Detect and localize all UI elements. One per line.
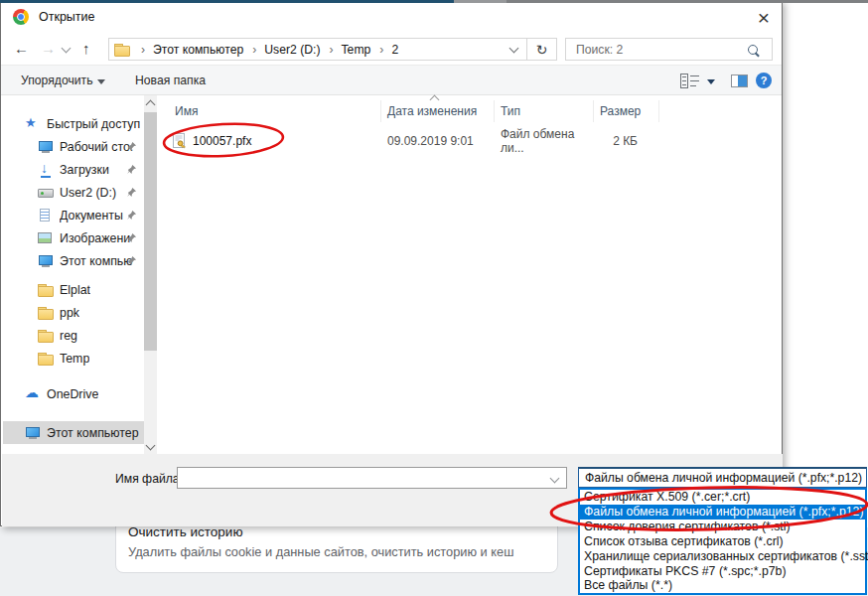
sidebar-item[interactable]: Изображени bbox=[3, 226, 144, 249]
filetype-option[interactable]: Файлы обмена личной информацией (*.pfx;*… bbox=[580, 505, 865, 520]
sidebar-item-icon bbox=[38, 328, 54, 344]
address-dropdown-icon[interactable] bbox=[509, 44, 519, 54]
sidebar-item-icon bbox=[25, 116, 41, 132]
navigation-pane: Быстрый доступ Рабочий сто. bbox=[3, 112, 144, 444]
filename-dropdown-icon[interactable] bbox=[550, 473, 560, 483]
forward-button[interactable] bbox=[41, 40, 56, 57]
sidebar-item[interactable]: Temp bbox=[3, 347, 144, 370]
filetype-dropdown: Сертификат X.509 (*.cer;*.crt) Файлы обм… bbox=[578, 488, 867, 595]
sidebar-item[interactable]: Рабочий сто. bbox=[3, 135, 144, 158]
sidebar-item-icon bbox=[38, 305, 54, 321]
sidebar-scrollbar[interactable] bbox=[144, 95, 157, 454]
filetype-option[interactable]: Сертификаты PKCS #7 (*.spc;*.p7b) bbox=[580, 563, 865, 578]
list-view-icon[interactable] bbox=[680, 74, 700, 88]
search-box bbox=[565, 38, 773, 61]
sidebar-item-label: Рабочий сто. bbox=[60, 140, 133, 154]
clear-history-title[interactable]: Очистить историю bbox=[128, 524, 243, 539]
sidebar-item-label: reg bbox=[60, 329, 77, 343]
sidebar-item-label: User2 (D:) bbox=[60, 186, 116, 200]
dialog-title: Открытие bbox=[39, 10, 95, 24]
chrome-icon bbox=[13, 9, 29, 25]
filename-label: Имя файла: bbox=[115, 472, 183, 486]
refresh-button[interactable] bbox=[526, 39, 556, 60]
sidebar-item-label: Документы bbox=[60, 209, 123, 223]
organize-button[interactable]: Упорядочить bbox=[21, 74, 93, 87]
open-file-dialog: Открытие Этот компьютер User2 (D:) Temp … bbox=[0, 0, 783, 526]
breadcrumb-items: Этот компьютер User2 (D:) Temp 2 bbox=[130, 41, 506, 59]
sidebar-item-label: Temp bbox=[60, 352, 89, 366]
sidebar-item-label: Быстрый доступ bbox=[47, 117, 140, 131]
search-icon bbox=[748, 45, 758, 55]
file-modified: 09.09.2019 9:01 bbox=[381, 134, 495, 148]
scrollbar-thumb[interactable] bbox=[144, 112, 157, 351]
search-input[interactable] bbox=[566, 43, 748, 57]
help-icon[interactable] bbox=[756, 73, 772, 88]
preview-pane-icon[interactable] bbox=[731, 74, 748, 87]
top-edge-strip bbox=[454, 0, 506, 3]
sidebar-item[interactable]: Elplat bbox=[3, 278, 144, 301]
sidebar-item[interactable]: ppk bbox=[3, 301, 144, 324]
filetype-option[interactable]: Сертификат X.509 (*.cer;*.crt) bbox=[580, 490, 865, 505]
close-icon bbox=[758, 7, 770, 28]
command-bar: Упорядочить Новая папка bbox=[1, 65, 782, 95]
close-button[interactable] bbox=[746, 3, 782, 31]
sidebar-item[interactable]: User2 (D:) bbox=[3, 181, 144, 204]
sidebar-item-icon bbox=[38, 185, 54, 201]
navigation-bar: Этот компьютер User2 (D:) Temp 2 bbox=[1, 33, 782, 65]
breadcrumb-item[interactable]: Temp bbox=[322, 41, 372, 59]
filetype-option[interactable]: Хранилище сериализованных сертификатов (… bbox=[580, 548, 865, 563]
sidebar-item[interactable]: reg bbox=[3, 324, 144, 347]
filetype-option[interactable]: Список отзыва сертификатов (*.crl) bbox=[580, 534, 865, 549]
pin-icon bbox=[126, 141, 137, 152]
column-header[interactable]: Дата изменения bbox=[381, 100, 495, 122]
file-name-cell[interactable]: 100057.pfx bbox=[163, 133, 381, 149]
file-size: 2 КБ bbox=[594, 134, 659, 148]
sidebar-item-icon bbox=[38, 230, 54, 246]
filetype-option[interactable]: Все файлы (*.*) bbox=[580, 578, 865, 593]
column-header[interactable]: Тип bbox=[495, 100, 594, 122]
file-type: Файл обмена ли... bbox=[495, 127, 594, 155]
back-button[interactable] bbox=[14, 40, 29, 57]
sidebar-item-icon bbox=[25, 425, 41, 441]
sidebar-item-icon bbox=[38, 351, 54, 367]
pin-icon bbox=[126, 232, 137, 243]
file-list-header: Имя Дата изменения Тип Размер bbox=[163, 100, 766, 122]
sidebar-item[interactable]: Быстрый доступ bbox=[3, 112, 144, 135]
sidebar-item[interactable]: Этот компьютер bbox=[3, 421, 144, 444]
scroll-up-icon[interactable] bbox=[146, 100, 156, 110]
view-dropdown-icon[interactable] bbox=[707, 79, 715, 84]
folder-icon bbox=[114, 42, 130, 58]
sidebar-item[interactable]: Этот компью bbox=[3, 249, 144, 272]
new-folder-button[interactable]: Новая папка bbox=[135, 74, 206, 87]
breadcrumb-item[interactable]: Этот компьютер bbox=[134, 41, 245, 59]
sidebar-item-icon bbox=[25, 386, 41, 402]
column-header[interactable]: Размер bbox=[594, 100, 659, 122]
sidebar-item[interactable]: Загрузки bbox=[3, 158, 144, 181]
sidebar-item-icon bbox=[38, 208, 54, 224]
top-edge-strip bbox=[0, 0, 454, 3]
up-button[interactable] bbox=[82, 40, 90, 57]
filename-combobox bbox=[177, 467, 567, 489]
sidebar-item-icon bbox=[38, 253, 54, 269]
sidebar-item-label: Этот компью bbox=[60, 254, 133, 268]
sidebar-item[interactable]: OneDrive bbox=[3, 382, 144, 405]
breadcrumb-item[interactable]: 2 bbox=[372, 41, 400, 59]
sidebar-item-label: Elplat bbox=[60, 283, 90, 297]
filetype-option[interactable]: Список доверия сертификатов (*.stl) bbox=[580, 520, 865, 534]
sidebar-item-icon bbox=[38, 139, 54, 155]
organize-dropdown-icon[interactable] bbox=[97, 79, 105, 84]
pin-icon bbox=[126, 210, 137, 221]
breadcrumb-item[interactable]: User2 (D:) bbox=[245, 41, 322, 59]
sidebar-item-label: OneDrive bbox=[47, 387, 98, 401]
sidebar-item[interactable]: Документы bbox=[3, 204, 144, 226]
filetype-combobox[interactable]: Файлы обмена личной информацией (*.pfx;*… bbox=[578, 467, 867, 488]
filename-input[interactable] bbox=[178, 471, 551, 485]
file-row[interactable]: 100057.pfx 09.09.2019 9:01 Файл обмена л… bbox=[163, 130, 766, 152]
title-bar: Открытие bbox=[1, 1, 782, 33]
column-header[interactable]: Имя bbox=[163, 100, 381, 122]
pin-icon bbox=[126, 255, 137, 266]
scroll-down-icon[interactable] bbox=[146, 441, 156, 451]
history-dropdown-icon[interactable] bbox=[62, 44, 72, 54]
breadcrumb: Этот компьютер User2 (D:) Temp 2 bbox=[108, 38, 557, 61]
sidebar-item-label: Этот компьютер bbox=[47, 426, 139, 440]
